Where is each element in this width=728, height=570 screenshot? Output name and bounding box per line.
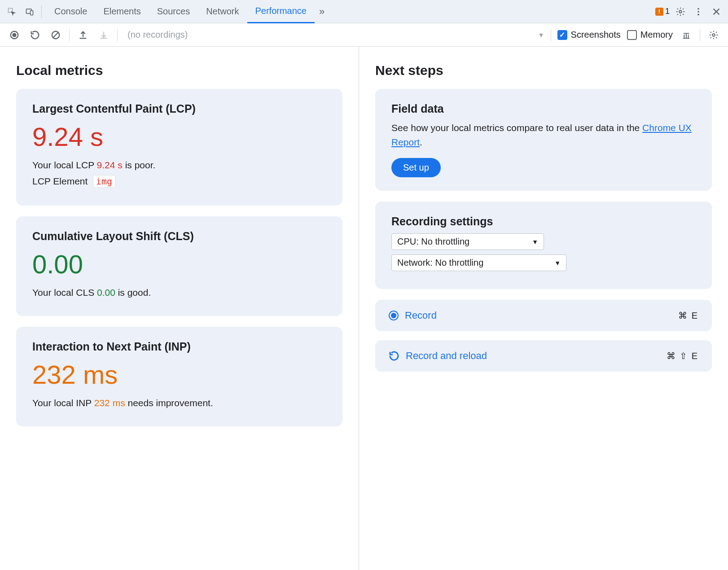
set-up-button[interactable]: Set up (391, 158, 441, 177)
chevron-down-icon: ▼ (554, 259, 561, 267)
svg-point-3 (679, 10, 682, 13)
issues-count: 1 (665, 7, 670, 16)
lcp-element-row: LCP Element img (32, 175, 326, 188)
inspect-element-icon[interactable] (4, 4, 19, 19)
settings-gear-icon[interactable] (673, 4, 688, 19)
record-shortcut: ⌘ E (678, 310, 698, 321)
kebab-menu-icon[interactable] (691, 4, 706, 19)
panel-tabs: Console Elements Sources Network Perform… (46, 0, 655, 23)
tab-console[interactable]: Console (46, 0, 95, 23)
local-metrics-column: Local metrics Largest Contentful Paint (… (0, 47, 359, 570)
inp-card: Interaction to Next Paint (INP) 232 ms Y… (16, 327, 342, 426)
tab-sources[interactable]: Sources (149, 0, 198, 23)
lcp-element-tag[interactable]: img (93, 175, 115, 188)
memory-label: Memory (640, 30, 673, 40)
field-data-desc: See how your local metrics compare to re… (391, 121, 696, 149)
main-content: Local metrics Largest Contentful Paint (… (0, 47, 728, 570)
cls-value: 0.00 (32, 249, 326, 279)
record-button-icon[interactable] (7, 28, 22, 42)
svg-point-8 (12, 33, 16, 37)
record-reload-action[interactable]: Record and reload ⌘ ⇧ E (375, 340, 712, 372)
record-reload-shortcut: ⌘ ⇧ E (667, 351, 698, 361)
svg-point-6 (697, 13, 699, 15)
divider (700, 29, 700, 41)
screenshots-checkbox[interactable]: Screenshots (557, 30, 621, 40)
recording-settings-title: Recording settings (391, 215, 696, 228)
inp-title: Interaction to Next Paint (INP) (32, 340, 326, 353)
clear-icon[interactable] (48, 28, 63, 42)
field-data-card: Field data See how your local metrics co… (375, 89, 712, 191)
device-toggle-icon[interactable] (22, 4, 37, 19)
recordings-dropdown[interactable]: (no recordings) (124, 30, 192, 40)
checkbox-unchecked-icon (627, 30, 637, 40)
svg-point-4 (697, 8, 699, 9)
tab-network[interactable]: Network (198, 0, 247, 23)
lcp-value: 9.24 s (32, 122, 326, 152)
chevron-down-icon[interactable]: ▼ (538, 31, 544, 39)
download-icon[interactable] (96, 28, 111, 42)
performance-toolbar: (no recordings) ▼ Screenshots Memory (0, 23, 728, 47)
network-throttling-select[interactable]: Network: No throttling▼ (391, 254, 566, 271)
memory-checkbox[interactable]: Memory (627, 30, 673, 40)
lcp-subtext: Your local LCP 9.24 s is poor. (32, 160, 326, 171)
lcp-title: Largest Contentful Paint (LCP) (32, 102, 326, 115)
record-action[interactable]: Record ⌘ E (375, 300, 712, 331)
reload-icon[interactable] (28, 28, 42, 42)
lcp-card: Largest Contentful Paint (LCP) 9.24 s Yo… (16, 89, 342, 206)
record-icon (389, 311, 399, 320)
cls-title: Cumulative Layout Shift (CLS) (32, 230, 326, 243)
svg-point-10 (712, 34, 715, 36)
garbage-collect-icon[interactable] (679, 28, 693, 42)
checkbox-checked-icon (557, 30, 567, 40)
svg-point-5 (697, 11, 699, 13)
next-steps-column: Next steps Field data See how your local… (359, 47, 728, 570)
record-label: Record (405, 310, 437, 321)
divider (117, 29, 118, 41)
tab-elements[interactable]: Elements (95, 0, 149, 23)
svg-rect-2 (31, 10, 33, 15)
divider (69, 29, 70, 41)
chevron-down-icon: ▼ (532, 238, 538, 246)
next-steps-heading: Next steps (375, 63, 712, 78)
upload-icon[interactable] (76, 28, 90, 42)
recording-settings-card: Recording settings CPU: No throttling▼ N… (375, 202, 712, 289)
field-data-title: Field data (391, 102, 696, 115)
warning-icon: ! (655, 8, 663, 16)
divider (551, 29, 551, 41)
cls-subtext: Your local CLS 0.00 is good. (32, 287, 326, 298)
divider (41, 5, 42, 18)
tab-performance[interactable]: Performance (247, 0, 315, 23)
reload-icon (389, 351, 399, 361)
cpu-throttling-select[interactable]: CPU: No throttling▼ (391, 233, 544, 250)
record-reload-label: Record and reload (406, 350, 487, 362)
close-icon[interactable] (709, 4, 724, 19)
inp-value: 232 ms (32, 360, 326, 390)
devtools-tabbar: Console Elements Sources Network Perform… (0, 0, 728, 23)
local-metrics-heading: Local metrics (16, 63, 342, 78)
more-tabs-icon[interactable]: » (315, 4, 329, 19)
inp-subtext: Your local INP 232 ms needs improvement. (32, 398, 326, 408)
capture-settings-gear-icon[interactable] (706, 28, 721, 42)
issues-badge[interactable]: ! 1 (655, 7, 670, 16)
cls-card: Cumulative Layout Shift (CLS) 0.00 Your … (16, 216, 342, 316)
screenshots-label: Screenshots (571, 30, 621, 40)
